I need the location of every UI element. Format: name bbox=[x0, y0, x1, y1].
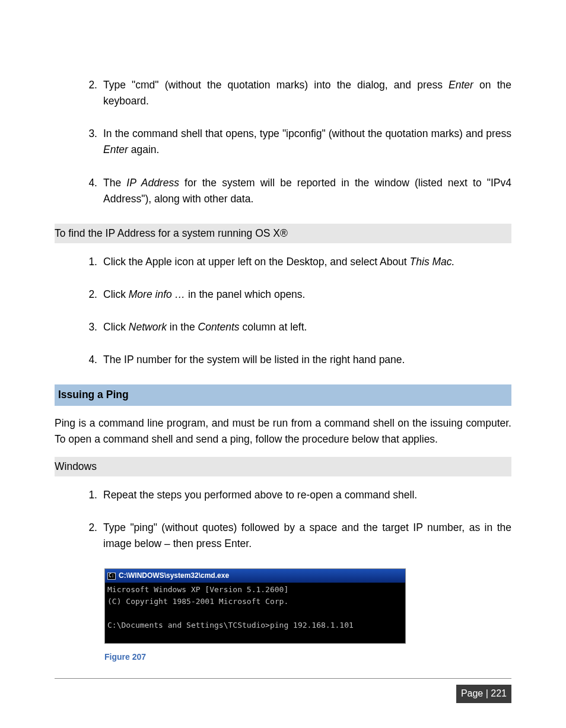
list-item: 2. Type "cmd" (without the quotation mar… bbox=[80, 77, 511, 109]
item-text: The IP Address for the system will be re… bbox=[103, 177, 511, 205]
cmd-body: Microsoft Windows XP [Version 5.1.2600] … bbox=[105, 583, 405, 644]
list-item: 4. The IP number for the system will be … bbox=[80, 352, 511, 368]
item-text: Click the Apple icon at upper left on th… bbox=[103, 256, 454, 268]
item-text: Click Network in the Contents column at … bbox=[103, 321, 307, 333]
list-item: 1. Repeat the steps you performed above … bbox=[80, 487, 511, 503]
item-text: In the command shell that opens, type "i… bbox=[103, 128, 511, 155]
item-number: 2. bbox=[80, 287, 97, 303]
item-number: 4. bbox=[80, 175, 97, 191]
item-number: 3. bbox=[80, 319, 97, 335]
item-number: 4. bbox=[80, 352, 97, 368]
ping-description: Ping is a command line program, and must… bbox=[55, 415, 511, 447]
cmd-titlebar: C:\ C:\WINDOWS\system32\cmd.exe bbox=[105, 569, 405, 583]
list-item: 4. The IP Address for the system will be… bbox=[80, 175, 511, 207]
list-item: 3. In the command shell that opens, type… bbox=[80, 126, 511, 158]
heading-issuing-ping: Issuing a Ping bbox=[55, 384, 511, 405]
item-text: Type "ping" (without quotes) followed by… bbox=[103, 522, 511, 549]
item-text: Repeat the steps you performed above to … bbox=[103, 489, 417, 501]
figure-caption: Figure 207 bbox=[104, 651, 511, 664]
steps-osx: 1. Click the Apple icon at upper left on… bbox=[80, 254, 511, 368]
cmd-window: C:\ C:\WINDOWS\system32\cmd.exe Microsof… bbox=[104, 568, 406, 644]
steps-cmd-windows: 2. Type "cmd" (without the quotation mar… bbox=[80, 77, 511, 207]
item-text: Type "cmd" (without the quotation marks)… bbox=[103, 79, 511, 107]
page-number-badge: Page | 221 bbox=[456, 685, 511, 703]
page: 2. Type "cmd" (without the quotation mar… bbox=[0, 0, 566, 728]
cmd-icon: C:\ bbox=[107, 573, 116, 580]
footer-rule bbox=[55, 678, 511, 679]
cmd-title: C:\WINDOWS\system32\cmd.exe bbox=[119, 570, 229, 581]
list-item: 2. Type "ping" (without quotes) followed… bbox=[80, 520, 511, 552]
steps-ping-windows: 1. Repeat the steps you performed above … bbox=[80, 487, 511, 552]
item-text: The IP number for the system will be lis… bbox=[103, 354, 405, 365]
heading-windows: Windows bbox=[55, 457, 511, 476]
list-item: 2. Click More info … in the panel which … bbox=[80, 287, 511, 303]
list-item: 1. Click the Apple icon at upper left on… bbox=[80, 254, 511, 270]
item-number: 1. bbox=[80, 254, 97, 270]
item-text: Click More info … in the panel which ope… bbox=[103, 288, 305, 300]
item-number: 1. bbox=[80, 487, 97, 503]
item-number: 2. bbox=[80, 520, 97, 536]
footer: Page | 221 bbox=[55, 685, 511, 703]
list-item: 3. Click Network in the Contents column … bbox=[80, 319, 511, 335]
heading-osx: To find the IP Address for a system runn… bbox=[55, 224, 511, 243]
item-number: 2. bbox=[80, 77, 97, 93]
item-number: 3. bbox=[80, 126, 97, 142]
